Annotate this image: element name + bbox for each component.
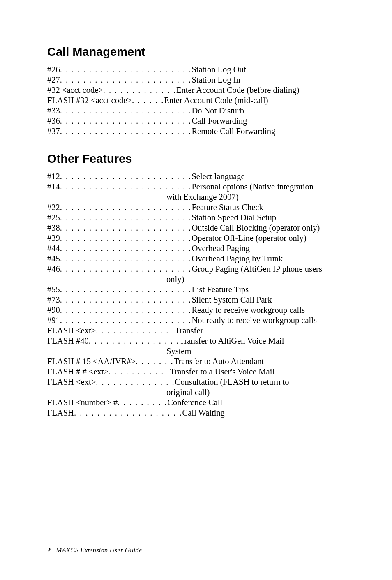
feature-desc: Operator Off-Line (operator only) <box>191 233 306 243</box>
feature-desc: Overhead Paging <box>191 243 250 254</box>
feature-code: #45 <box>47 254 60 264</box>
feature-code: #14 <box>47 182 60 192</box>
feature-desc: Ready to receive workgroup calls <box>191 305 305 315</box>
page-number: 2 <box>47 546 51 554</box>
feature-code: #38 <box>47 223 60 233</box>
dot-leaders: . . . . . . . . . . . . . . . . . . . . … <box>60 75 192 85</box>
feature-row: #22. . . . . . . . . . . . . . . . . . .… <box>47 202 347 213</box>
feature-desc: Transfer to AltiGen Voice Mail <box>180 336 284 346</box>
feature-desc: Consultation (FLASH to return to <box>175 377 289 387</box>
feature-code: #39 <box>47 233 60 243</box>
section-heading: Call Management <box>47 45 347 59</box>
dot-leaders: . . . . . . . . . . . . . . . . . . . . … <box>60 116 192 126</box>
feature-code: FLASH <number> # <box>47 397 118 408</box>
feature-row: FLASH <ext> . . . . . . . . . . . . . .C… <box>47 377 347 387</box>
dot-leaders: . . . . . . . . . . . <box>108 367 170 377</box>
feature-row: #37. . . . . . . . . . . . . . . . . . .… <box>47 126 347 136</box>
feature-code: #25 <box>47 213 60 223</box>
feature-desc: Select language <box>191 171 244 182</box>
feature-desc: Outside Call Blocking (operator only) <box>191 223 320 233</box>
feature-desc: Station Log Out <box>191 65 246 75</box>
feature-code: #91 <box>47 315 60 326</box>
feature-code: #44 <box>47 243 60 254</box>
feature-desc: Do Not Disturb <box>191 106 244 116</box>
feature-row: #90. . . . . . . . . . . . . . . . . . .… <box>47 305 347 315</box>
feature-desc: Transfer to Auto Attendant <box>174 356 264 367</box>
feature-row: #55. . . . . . . . . . . . . . . . . . .… <box>47 284 347 295</box>
footer-title: MAXCS Extension User Guide <box>56 546 142 554</box>
feature-code: FLASH #40 <box>47 336 89 346</box>
dot-leaders: . . . . . . . . . . . . . . . . . . . . … <box>60 233 192 243</box>
feature-desc: Enter Account Code (mid-call) <box>164 95 268 106</box>
feature-desc: Personal options (Native integration <box>191 182 314 192</box>
feature-row: FLASH #40 . . . . . . . . . . . . . . . … <box>47 336 347 346</box>
feature-code: FLASH <ext> <box>47 377 96 387</box>
feature-row: #45. . . . . . . . . . . . . . . . . . .… <box>47 254 347 264</box>
feature-desc: List Feature Tips <box>191 284 249 295</box>
feature-row: #44. . . . . . . . . . . . . . . . . . .… <box>47 243 347 254</box>
feature-code: #46 <box>47 264 60 274</box>
feature-row: #91. . . . . . . . . . . . . . . . . . .… <box>47 315 347 326</box>
feature-code: #26 <box>47 65 60 75</box>
feature-code: #33 <box>47 106 60 116</box>
feature-desc-continuation: only) <box>47 274 347 284</box>
feature-code: FLASH # # <ext> <box>47 367 108 377</box>
feature-code: #90 <box>47 305 60 315</box>
feature-row: FLASH <ext> . . . . . . . . . . . . . .T… <box>47 326 347 336</box>
feature-desc-continuation: original call) <box>47 387 347 397</box>
dot-leaders: . . . . . . . . . . . . . . . . . . . . … <box>60 126 192 136</box>
feature-code: FLASH <ext> <box>47 326 96 336</box>
feature-desc: Not ready to receive workgroup calls <box>191 315 317 326</box>
feature-code: FLASH # 15 <AA/IVR#> <box>47 356 136 367</box>
feature-desc: Enter Account Code (before dialing) <box>176 85 299 95</box>
dot-leaders: . . . . . . . . . <box>118 397 167 408</box>
feature-row: #25. . . . . . . . . . . . . . . . . . .… <box>47 213 347 223</box>
section-heading: Other Features <box>47 152 347 166</box>
dot-leaders: . . . . . . . . . . . . . . . . . . . . … <box>60 202 192 213</box>
feature-code: #12 <box>47 171 60 182</box>
section: Call Management#26. . . . . . . . . . . … <box>47 45 347 136</box>
dot-leaders: . . . . . . . . . . . . . . . . <box>89 336 180 346</box>
dot-leaders: . . . . . . . . . . . . . . . . . . . . … <box>60 305 192 315</box>
feature-desc-continuation: with Exchange 2007) <box>47 192 347 202</box>
feature-code: FLASH <box>47 408 74 418</box>
feature-row: #46. . . . . . . . . . . . . . . . . . .… <box>47 264 347 274</box>
feature-code: #37 <box>47 126 60 136</box>
feature-row: FLASH # 15 <AA/IVR#> . . . . . . .Transf… <box>47 356 347 367</box>
feature-row: FLASH # # <ext> . . . . . . . . . . .Tra… <box>47 367 347 377</box>
dot-leaders: . . . . . . <box>132 95 164 106</box>
feature-desc: Conference Call <box>167 397 222 408</box>
dot-leaders: . . . . . . . . . . . . . . . . . . . . … <box>60 65 192 75</box>
feature-row: #27. . . . . . . . . . . . . . . . . . .… <box>47 75 347 85</box>
feature-row: #14. . . . . . . . . . . . . . . . . . .… <box>47 182 347 192</box>
feature-row: #12. . . . . . . . . . . . . . . . . . .… <box>47 171 347 182</box>
dot-leaders: . . . . . . . . . . . . . . . . . . . . … <box>60 223 192 233</box>
feature-desc-continuation: System <box>47 346 347 356</box>
feature-desc: Overhead Paging by Trunk <box>191 254 283 264</box>
dot-leaders: . . . . . . . . . . . . . . . . . . . . … <box>60 182 192 192</box>
dot-leaders: . . . . . . . . . . . . . . <box>96 326 175 336</box>
feature-code: #22 <box>47 202 60 213</box>
dot-leaders: . . . . . . . . . . . . . . . . . . . . … <box>60 243 192 254</box>
feature-row: #36. . . . . . . . . . . . . . . . . . .… <box>47 116 347 126</box>
feature-row: FLASH #32 <acct code>. . . . . .Enter Ac… <box>47 95 347 106</box>
dot-leaders: . . . . . . . . . . . . . . . . . . . <box>74 408 182 418</box>
feature-row: #73. . . . . . . . . . . . . . . . . . .… <box>47 295 347 305</box>
dot-leaders: . . . . . . . . . . . . . . . . . . . . … <box>60 315 192 326</box>
feature-desc: Remote Call Forwarding <box>191 126 275 136</box>
feature-code: #55 <box>47 284 60 295</box>
feature-row: #38. . . . . . . . . . . . . . . . . . .… <box>47 223 347 233</box>
feature-row: #32 <acct code>. . . . . . . . . . . . .… <box>47 85 347 95</box>
dot-leaders: . . . . . . . . . . . . . . . . . . . . … <box>60 171 192 182</box>
feature-desc: Group Paging (AltiGen IP phone users <box>191 264 322 274</box>
feature-desc: Silent System Call Park <box>191 295 272 305</box>
feature-row: #33. . . . . . . . . . . . . . . . . . .… <box>47 106 347 116</box>
feature-row: FLASH . . . . . . . . . . . . . . . . . … <box>47 408 347 418</box>
feature-code: #73 <box>47 295 60 305</box>
feature-desc: Station Log In <box>191 75 240 85</box>
feature-desc: Transfer to a User's Voice Mail <box>170 367 274 377</box>
feature-code: #27 <box>47 75 60 85</box>
dot-leaders: . . . . . . . . . . . . . . . . . . . . … <box>60 213 192 223</box>
feature-code: #36 <box>47 116 60 126</box>
feature-desc: Station Speed Dial Setup <box>191 213 276 223</box>
